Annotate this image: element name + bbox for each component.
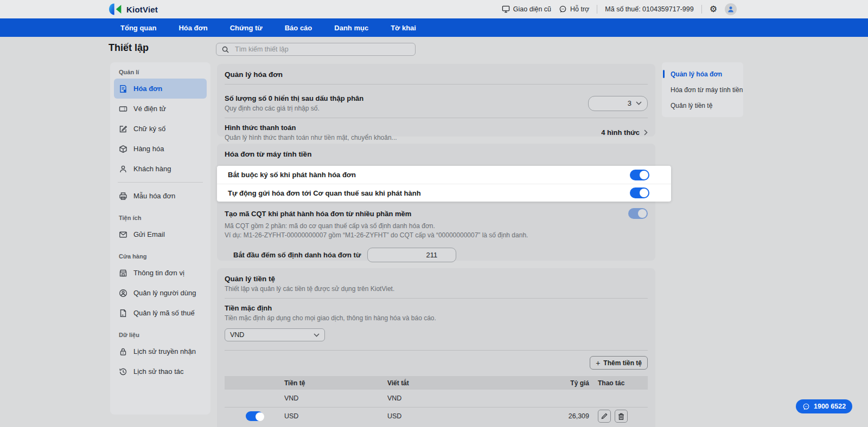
sidebar-item-label: Quản lý người dùng (133, 289, 196, 297)
highlighted-settings: Bắt buộc ký số khi phát hành hóa đơn Tự … (217, 166, 671, 202)
setting-title: Hình thức thanh toán (225, 124, 397, 132)
payment-methods-link[interactable]: 4 hình thức (601, 128, 648, 137)
usd-enabled-toggle[interactable] (246, 411, 263, 421)
sidebar-section-label: Quản lí (110, 62, 210, 79)
sidebar-item-hoa-don[interactable]: Hóa đơn (114, 79, 207, 99)
selected-currency: VND (230, 331, 244, 339)
plus-icon: + (596, 359, 600, 367)
sidebar-item-label: Hàng hóa (133, 145, 164, 153)
support-button[interactable]: Hỗ trợ (559, 5, 589, 13)
ticket-icon (119, 105, 127, 113)
store-icon (119, 269, 127, 277)
cell-abbr: VND (387, 394, 539, 402)
setting-subtitle: Quy định cho các giá trị nhập số. (225, 105, 363, 112)
sidebar-item-label: Gửi Email (133, 230, 165, 238)
divider (225, 118, 648, 118)
identifier-counter-row: Bắt đầu đếm số định danh hóa đơn từ (233, 248, 648, 262)
setting-label: Tự động gửi hóa đơn tới Cơ quan thuế sau… (228, 189, 421, 197)
section-nav-hoa-don-may-tinh-tien[interactable]: Hóa đơn từ máy tính tiền (662, 82, 743, 98)
nav-hoa-don[interactable]: Hóa đơn (178, 24, 207, 32)
auto-send-tax-row: Tự động gửi hóa đơn tới Cơ quan thuế sau… (217, 184, 671, 202)
add-currency-button[interactable]: + Thêm tiền tệ (590, 356, 648, 370)
header-actions: Thao tác (593, 379, 648, 387)
sidebar-item-quan-ly-ma-so-thue[interactable]: Quản lý mã số thuế (114, 303, 207, 323)
nav-bao-cao[interactable]: Báo cáo (285, 24, 312, 32)
tax-code: Mã số thuế: 0104359717-999 (605, 5, 693, 13)
divider (597, 5, 597, 14)
payment-methods-count: 4 hình thức (601, 128, 640, 137)
section-nav-quan-ly-tien-te[interactable]: Quản lý tiền tệ (662, 98, 743, 113)
sidebar-item-hang-hoa[interactable]: Hàng hóa (114, 139, 207, 159)
currency-card: Quản lý tiền tệ Thiết lập và quản lý các… (217, 268, 655, 427)
sidebar-section-label: Tiện ích (110, 206, 210, 224)
sidebar-item-lich-su-thao-tac[interactable]: Lịch sử thao tác (114, 361, 207, 381)
nav-to-khai[interactable]: Tờ khai (391, 24, 416, 32)
settings-search[interactable] (216, 43, 416, 56)
brand[interactable]: KiotViet (108, 0, 158, 18)
box-icon (119, 145, 127, 153)
table-row-vnd: VND VND (225, 390, 648, 407)
app-root: KiotViet Giao diện cũ Hỗ trợ (0, 0, 868, 427)
card-subtitle: Thiết lập và quản lý các tiền tệ được sử… (225, 285, 648, 293)
counter-input[interactable] (367, 248, 456, 262)
sidebar-item-thong-tin-don-vi[interactable]: Thông tin đơn vị (114, 263, 207, 283)
sidebar-item-khach-hang[interactable]: Khách hàng (114, 159, 207, 179)
sidebar-item-lich-su-truyen-nhan[interactable]: Lịch sử truyền nhận (114, 341, 207, 361)
default-currency-title: Tiền mặc định (225, 304, 648, 312)
nav-tong-quan[interactable]: Tổng quan (120, 24, 156, 32)
divider (701, 5, 702, 14)
invoice-icon (119, 85, 127, 93)
divider (225, 84, 648, 85)
old-interface-label: Giao diện cũ (513, 5, 551, 13)
users-icon (119, 289, 127, 297)
sidebar-item-label: Quản lý mã số thuế (133, 309, 195, 317)
setting-title: Tạo mã CQT khi phát hành hóa đơn từ nhiề… (225, 210, 411, 218)
table-row-usd: USD USD 26,309 (225, 407, 648, 425)
pos-invoice-card: Hóa đơn từ máy tính tiền Tạo mã CQT khi … (217, 144, 655, 261)
chat-bubble-icon (802, 403, 810, 410)
section-nav: Quản lý hóa đơn Hóa đơn từ máy tính tiền… (662, 62, 743, 117)
header-abbr: Viết tắt (387, 379, 539, 387)
user-avatar[interactable] (725, 3, 737, 15)
cqt-toggle[interactable] (628, 208, 648, 219)
settings-gear-icon[interactable]: ⚙ (710, 5, 717, 14)
sidebar-item-gui-email[interactable]: Gửi Email (114, 224, 207, 244)
signature-icon (119, 125, 127, 133)
decimal-zeros-select[interactable]: 3 (588, 96, 648, 111)
section-nav-quan-ly-hoa-don[interactable]: Quản lý hóa đơn (662, 66, 743, 82)
auto-send-tax-toggle[interactable] (630, 187, 649, 198)
sidebar-item-label: Mẫu hóa đơn (133, 192, 175, 200)
edit-currency-button[interactable] (598, 410, 611, 423)
page-title: Thiết lập (108, 42, 149, 54)
search-input[interactable] (234, 45, 410, 54)
sidebar-item-mau-hoa-don[interactable]: Mẫu hóa đơn (114, 186, 207, 206)
nav-danh-muc[interactable]: Danh mục (334, 24, 368, 32)
cell-currency: VND (284, 394, 387, 402)
setting-label: Bắt buộc ký số khi phát hành hóa đơn (228, 171, 356, 179)
nav-chung-tu[interactable]: Chứng từ (230, 24, 263, 32)
cqt-desc-line1: Mã CQT gồm 2 phần: mã do cơ quan thuế cấ… (225, 222, 648, 231)
hotline-chat-button[interactable]: 1900 6522 (796, 399, 852, 413)
kiotviet-logo-icon (108, 3, 123, 16)
main-nav: Tổng quan Hóa đơn Chứng từ Báo cáo Danh … (0, 18, 868, 37)
cell-abbr: USD (387, 412, 539, 420)
require-signature-toggle[interactable] (630, 170, 649, 180)
divider (225, 298, 648, 299)
delete-currency-button[interactable] (615, 410, 628, 423)
decimal-zeros-row: Số lượng số 0 hiển thị sau dấu thập phân… (225, 90, 648, 117)
history-icon (119, 367, 127, 376)
monitor-icon (502, 5, 510, 13)
sidebar-item-quan-ly-nguoi-dung[interactable]: Quản lý người dùng (114, 283, 207, 303)
sidebar-item-ve-dien-tu[interactable]: Vé điện tử (114, 99, 207, 119)
old-interface-button[interactable]: Giao diện cũ (502, 5, 551, 13)
header-currency: Tiền tệ (284, 379, 387, 387)
sidebar-item-label: Khách hàng (133, 165, 171, 173)
setting-title: Số lượng số 0 hiển thị sau dấu thập phân (225, 94, 363, 102)
default-currency-select[interactable]: VND (225, 328, 325, 341)
sidebar-item-chu-ky-so[interactable]: Chữ ký số (114, 119, 207, 139)
cell-currency: USD (284, 412, 387, 420)
card-title: Quản lý hóa đơn (225, 70, 648, 79)
top-bar: KiotViet Giao diện cũ Hỗ trợ (0, 0, 868, 18)
card-title: Quản lý tiền tệ (225, 275, 648, 283)
payment-methods-row[interactable]: Hình thức thanh toán Quản lý hình thức t… (225, 119, 648, 146)
